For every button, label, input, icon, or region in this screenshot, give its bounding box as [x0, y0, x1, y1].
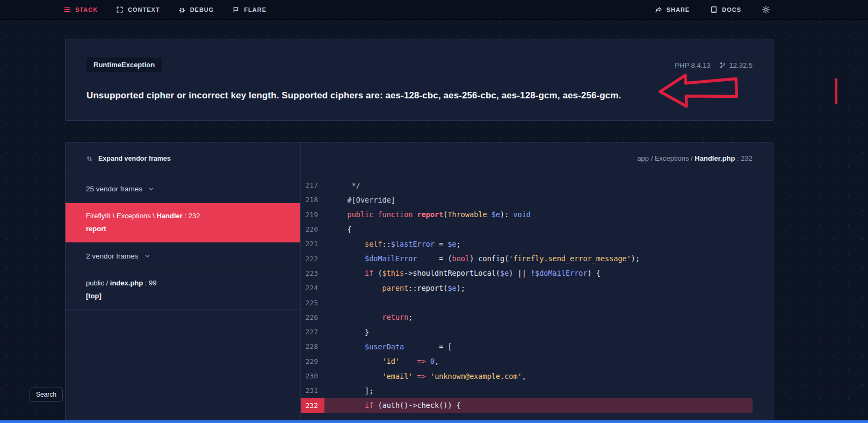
code-line-number: 229: [301, 354, 324, 369]
vendor-frames-group[interactable]: 25 vendor frames: [66, 175, 300, 203]
code-line: 229 'id' => 0,: [301, 354, 753, 369]
code-line-number: 230: [301, 369, 324, 383]
code-line-content: ];: [324, 383, 373, 398]
code-line-number: 219: [301, 207, 324, 222]
code-line-content: if ($this->shouldntReportLocal($e) || !$…: [324, 266, 601, 281]
code-line-number: 224: [301, 281, 324, 295]
vendor-frames-group[interactable]: 2 vendor frames: [66, 242, 300, 270]
tab-flare[interactable]: FLARE: [232, 6, 266, 13]
stack-trace-card: Expand vendor frames 25 vendor frames Fi…: [65, 142, 773, 423]
code-line-number: 226: [301, 310, 324, 325]
code-line-content: parent::report($e);: [324, 281, 465, 295]
code-line-number: 217: [301, 178, 324, 192]
stack-frame[interactable]: FireflyIII \ Exceptions \ Handler : 232 …: [66, 203, 300, 242]
code-line-number: 231: [301, 383, 324, 398]
code-line-content: $doMailError = (bool) config('firefly.se…: [324, 251, 640, 266]
tab-flare-label: FLARE: [244, 6, 266, 13]
stack-frame-path: FireflyIII \ Exceptions \ Handler : 232: [86, 211, 290, 221]
red-mark-annotation: [835, 78, 837, 104]
exception-class-badge: RuntimeException: [86, 58, 162, 72]
code-line: 230 'email' => 'unknown@example.com',: [301, 369, 753, 383]
code-line-content: $userData = [: [324, 339, 452, 354]
share-icon: [655, 6, 662, 13]
vendor-frames-group-label: 25 vendor frames: [86, 185, 142, 193]
code-line: 224 parent::report($e);: [301, 281, 753, 295]
code-panel: app / Exceptions / Handler.php : 232 217…: [301, 142, 773, 423]
tab-context-label: CONTEXT: [128, 6, 160, 13]
code-line: 218 #[Override]: [301, 192, 753, 207]
bottom-blue-bar: [0, 420, 868, 423]
breadcrumb-file: Handler.php: [695, 154, 735, 162]
php-version-label: PHP 8.4.13: [675, 61, 710, 69]
nav-left-group: STACK CONTEXT DEBUG FLARE: [63, 6, 266, 13]
php-version: PHP 8.4.13: [675, 61, 710, 69]
app-version-label: 12.32.5: [729, 61, 753, 69]
tab-stack-label: STACK: [75, 6, 98, 13]
stack-frame-method: report: [86, 224, 290, 234]
chevron-down-icon: [144, 253, 151, 260]
code-view[interactable]: 217 */ 218 #[Override] 219 public functi…: [301, 178, 753, 413]
code-line-content: 'id' => 0,: [324, 354, 439, 369]
tab-debug-label: DEBUG: [190, 6, 214, 13]
file-breadcrumb: app / Exceptions / Handler.php : 232: [637, 154, 753, 162]
docs-icon: [710, 6, 718, 13]
nav-right-group: SHARE DOCS: [655, 5, 770, 14]
breadcrumb-line: : 232: [735, 154, 753, 162]
top-navigation: STACK CONTEXT DEBUG FLARE SHARE DOCS: [0, 0, 868, 20]
stack-frame-method: [top]: [86, 291, 290, 301]
vendor-frames-group-label: 2 vendor frames: [86, 252, 139, 260]
context-icon: [116, 6, 124, 13]
tab-debug[interactable]: DEBUG: [178, 6, 214, 13]
code-line-content: public function report(Throwable $e): vo…: [324, 207, 531, 222]
git-branch-icon: [719, 62, 726, 69]
flare-icon: [232, 6, 240, 13]
gear-icon: [762, 5, 770, 14]
code-line-number: 220: [301, 222, 324, 236]
expand-vendor-frames-label: Expand vendor frames: [98, 155, 171, 162]
code-line-content: if (auth()->check()) {: [324, 398, 461, 412]
stack-icon: [63, 6, 71, 13]
code-line-number: 223: [301, 266, 324, 281]
code-line-content: }: [324, 325, 369, 339]
code-line: 226 return;: [301, 310, 753, 325]
code-line: 220 {: [301, 222, 753, 236]
search-tooltip[interactable]: Search: [30, 388, 63, 402]
settings-button[interactable]: [762, 5, 770, 14]
code-line-number: 218: [301, 192, 324, 207]
code-line: 225: [301, 295, 753, 310]
code-line: 219 public function report(Throwable $e)…: [301, 207, 753, 222]
stack-frames-panel: Expand vendor frames 25 vendor frames Fi…: [66, 142, 301, 423]
code-line-number: 222: [301, 251, 324, 266]
code-line-number: 227: [301, 325, 324, 339]
expand-vendor-frames-icon: [86, 155, 93, 162]
code-line: 227 }: [301, 325, 753, 339]
code-line: 221 self::$lastError = $e;: [301, 236, 753, 251]
expand-vendor-frames-button[interactable]: Expand vendor frames: [66, 142, 300, 175]
arrow-annotation: [657, 69, 740, 111]
code-line-number: 232: [301, 398, 324, 412]
code-line: 228 $userData = [: [301, 339, 753, 354]
tab-context[interactable]: CONTEXT: [116, 6, 160, 13]
code-line-content: */: [324, 178, 360, 192]
code-line-content: self::$lastError = $e;: [324, 236, 461, 251]
code-line: 217 */: [301, 178, 753, 192]
share-button[interactable]: SHARE: [655, 6, 690, 13]
code-line-content: [324, 295, 330, 310]
stack-frame[interactable]: public / index.php : 99 [top]: [66, 270, 300, 310]
error-message: Unsupported cipher or incorrect key leng…: [86, 90, 655, 101]
version-info: PHP 8.4.13 12.32.5: [675, 61, 753, 69]
share-button-label: SHARE: [667, 6, 690, 13]
stack-frame-path: public / index.php : 99: [86, 278, 290, 288]
debug-icon: [178, 6, 186, 13]
frames-list: 25 vendor frames FireflyIII \ Exceptions…: [66, 175, 300, 310]
code-line-content: #[Override]: [324, 192, 395, 207]
code-line-content: {: [324, 222, 352, 236]
docs-button[interactable]: DOCS: [710, 6, 741, 13]
app-version: 12.32.5: [719, 61, 753, 69]
code-line-number: 221: [301, 236, 324, 251]
code-line-content: return;: [324, 310, 413, 325]
docs-button-label: DOCS: [722, 6, 741, 13]
chevron-down-icon: [148, 185, 155, 192]
code-line-number: 228: [301, 339, 324, 354]
tab-stack[interactable]: STACK: [63, 6, 98, 13]
